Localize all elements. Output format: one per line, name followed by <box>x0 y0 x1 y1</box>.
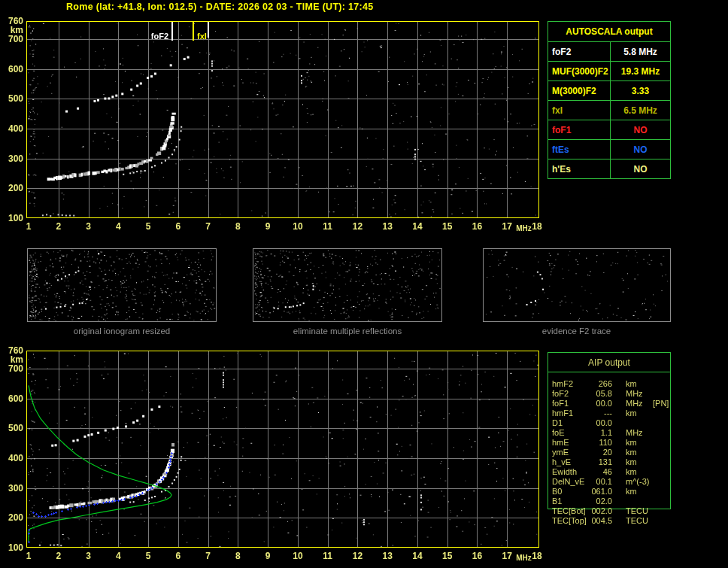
parameter-label: foF1 <box>552 399 590 409</box>
parameter-label: D1 <box>552 418 590 428</box>
parameter-label: hmE <box>552 438 590 448</box>
parameter-value: NO <box>611 140 670 159</box>
table-row: foE1.1MHz <box>552 428 670 438</box>
panel-caption-original: original ionogram resized <box>27 327 217 336</box>
parameter-value: 110 <box>590 438 612 448</box>
aip-output-table: AIP output hmF2266km foF205.8MHz foF100.… <box>548 352 671 509</box>
parameter-label: hmF1 <box>552 409 590 418</box>
parameter-unit <box>626 418 651 428</box>
parameter-value: 131 <box>590 457 612 467</box>
parameter-label: TEC[Bot] <box>552 506 590 516</box>
table-row: hmE110km <box>552 438 670 448</box>
table-row: h'Es NO <box>548 159 670 179</box>
table-row: ymE20km <box>552 448 670 457</box>
parameter-unit: MHz <box>626 428 651 438</box>
parameter-label: foF2 <box>552 389 590 399</box>
table-row: ftEs NO <box>548 140 670 159</box>
parameter-label: Ewidth <box>552 467 590 477</box>
parameter-value: 46 <box>590 467 612 477</box>
autoscala-screen: Rome (lat: +41.8, lon: 012.5) - DATE: 20… <box>0 0 728 568</box>
table-row: D100.0 <box>552 418 670 428</box>
parameter-label: ymE <box>552 448 590 457</box>
table-row: foF1 NO <box>548 120 670 140</box>
parameter-unit <box>626 497 651 506</box>
parameter-unit: km <box>626 438 651 448</box>
parameter-value: 061.0 <box>590 487 612 497</box>
parameter-label: fxI <box>548 101 611 120</box>
parameter-value: 6.5 MHz <box>611 101 670 120</box>
page-title: Rome (lat: +41.8, lon: 012.5) - DATE: 20… <box>66 2 374 12</box>
aip-table-rows: hmF2266km foF205.8MHz foF100.0MHz[PN] hm… <box>548 372 670 526</box>
table-row: fxI 6.5 MHz <box>548 101 670 120</box>
parameter-unit: m^(-3) <box>626 477 651 487</box>
table-row: B0061.0km <box>552 487 670 497</box>
parameter-unit: MHz <box>626 399 651 409</box>
parameter-unit: km <box>626 467 651 477</box>
parameter-value: 19.3 MHz <box>611 62 670 80</box>
parameter-value: 5.8 MHz <box>611 42 670 61</box>
parameter-unit: km <box>626 409 651 418</box>
parameter-label: M(3000)F2 <box>548 81 611 100</box>
table-row: M(3000)F2 3.33 <box>548 81 670 101</box>
parameter-value: NO <box>611 120 670 139</box>
table-row: B102.0 <box>552 497 670 506</box>
parameter-label: foF1 <box>548 120 611 139</box>
parameter-label: B0 <box>552 487 590 497</box>
parameter-label: h_vE <box>552 457 590 467</box>
table-row: Ewidth46km <box>552 467 670 477</box>
parameter-unit: km <box>626 448 651 457</box>
parameter-unit: km <box>626 457 651 467</box>
table-row: TEC[Bot]002.0TECU <box>552 506 670 516</box>
parameter-label: MUF(3000)F2 <box>548 62 611 80</box>
table-row: DelN_vE00.1m^(-3) <box>552 477 670 487</box>
parameter-value: 266 <box>590 379 612 389</box>
panel-caption-cleaned: eliminate multiple reflections <box>253 327 442 336</box>
parameter-label: foE <box>552 428 590 438</box>
parameter-label: foF2 <box>548 42 611 61</box>
parameter-value: 05.8 <box>590 389 612 399</box>
parameter-value: NO <box>611 159 670 179</box>
parameter-unit: MHz <box>626 389 651 399</box>
parameter-value: 02.0 <box>590 497 612 506</box>
parameter-label: h'Es <box>548 159 611 179</box>
parameter-unit: km <box>626 379 651 389</box>
parameter-value: 00.0 <box>590 399 612 409</box>
parameter-label: ftEs <box>548 140 611 159</box>
parameter-value: 002.0 <box>590 506 612 516</box>
table-row: h_vE131km <box>552 457 670 467</box>
aip-table-header: AIP output <box>548 353 670 372</box>
parameter-value: 20 <box>590 448 612 457</box>
parameter-value: 3.33 <box>611 81 670 100</box>
table-row: TEC[Top]004.5TECU <box>552 516 670 526</box>
parameter-unit: TECU <box>626 506 651 516</box>
parameter-label: DelN_vE <box>552 477 590 487</box>
parameter-label: B1 <box>552 497 590 506</box>
parameter-value: 00.1 <box>590 477 612 487</box>
panel-caption-f2-evidence: evidence F2 trace <box>482 327 671 336</box>
parameter-label: TEC[Top] <box>552 516 590 526</box>
parameter-value: 004.5 <box>590 516 612 526</box>
parameter-label: hmF2 <box>552 379 590 389</box>
table-row: MUF(3000)F2 19.3 MHz <box>548 62 670 81</box>
table-row: foF205.8MHz <box>552 389 670 399</box>
parameter-value: 1.1 <box>590 428 612 438</box>
parameter-unit: km <box>626 487 651 497</box>
autoscala-output-table: AUTOSCALA output foF2 5.8 MHz MUF(3000)F… <box>548 21 671 179</box>
table-row: foF2 5.8 MHz <box>548 42 670 62</box>
table-row: hmF1---km <box>552 409 670 418</box>
table-row: hmF2266km <box>552 379 670 389</box>
autoscala-table-header: AUTOSCALA output <box>548 22 670 42</box>
table-row: foF100.0MHz[PN] <box>552 399 670 409</box>
parameter-note: [PN] <box>653 399 669 409</box>
parameter-value: --- <box>590 409 612 418</box>
parameter-value: 00.0 <box>590 418 612 428</box>
parameter-unit: TECU <box>626 516 651 526</box>
